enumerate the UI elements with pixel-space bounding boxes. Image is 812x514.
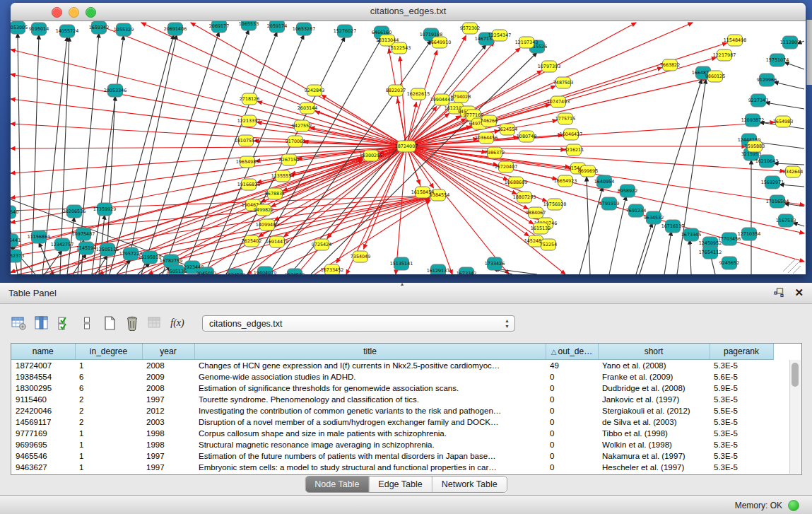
graph-edge[interactable] — [163, 30, 249, 274]
tab-node-table[interactable]: Node Table — [305, 477, 368, 492]
graph-node[interactable]: 9245652 — [719, 257, 739, 269]
graph-node[interactable]: 1145194 — [76, 242, 96, 255]
table-cell[interactable]: 5.3E-5 — [710, 428, 773, 439]
network-svg[interactable]: 2053005919501414055724165934210553292069… — [11, 21, 806, 274]
graph-node[interactable]: 8699695 — [578, 165, 598, 177]
graph-node[interactable]: 2059174 — [267, 21, 287, 33]
table-cell[interactable]: 5.5E-5 — [710, 405, 773, 416]
table-cell[interactable]: 5.3E-5 — [710, 462, 773, 473]
graph-node[interactable]: 7986372 — [485, 147, 505, 158]
graph-node[interactable]: 16733452 — [321, 264, 344, 274]
graph-node[interactable]: 15720407 — [495, 161, 518, 173]
table-cell[interactable]: 2 — [75, 416, 142, 428]
table-row[interactable]: 911546021997Tourette syndrome. Phenomeno… — [11, 394, 773, 405]
graph-node[interactable]: 9505135 — [167, 265, 187, 274]
graph-node[interactable]: 9572302 — [460, 23, 480, 34]
graph-node[interactable]: 7625402 — [242, 235, 261, 247]
table-cell[interactable]: 6 — [75, 371, 142, 382]
graph-node[interactable]: 6791919 — [599, 197, 619, 210]
graph-node[interactable]: 16129137 — [427, 264, 450, 274]
graph-node[interactable]: 15751074 — [766, 54, 789, 66]
graph-node[interactable]: 9427552 — [292, 120, 312, 132]
table-cell[interactable]: 2 — [75, 405, 142, 416]
graph-node[interactable]: 18807293 — [513, 192, 536, 203]
table-cell[interactable]: 0 — [546, 450, 598, 462]
graph-node[interactable]: 3915441 — [11, 234, 20, 247]
table-row[interactable]: 1830029562008Estimation of significance … — [11, 382, 773, 394]
table-cell[interactable]: 2 — [75, 394, 142, 405]
graph-node[interactable]: 8267150 — [279, 154, 299, 165]
table-cell[interactable]: Genome-wide association studies in ADHD. — [194, 371, 546, 382]
graph-node[interactable]: 17654112 — [699, 246, 722, 259]
graph-node[interactable]: 16046427 — [560, 129, 583, 140]
table-row[interactable]: 1872400712008Changes of HCN gene express… — [11, 360, 773, 372]
graph-node[interactable]: 3216211 — [564, 144, 584, 156]
graph-node[interactable]: 746266 — [481, 115, 498, 127]
table-cell[interactable]: 5.6E-5 — [710, 371, 773, 382]
graph-node[interactable]: 16914479 — [266, 236, 289, 247]
table-cell[interactable]: 2012 — [142, 405, 194, 416]
unselect-all-icon[interactable] — [79, 315, 95, 331]
graph-node[interactable]: 2053005 — [11, 21, 28, 34]
graph-node[interactable]: 2603144 — [298, 103, 317, 114]
graph-edge[interactable] — [784, 62, 804, 69]
table-cell[interactable]: de Silva et al. (2003) — [598, 416, 710, 428]
function-builder-icon[interactable]: f(x) — [170, 315, 185, 331]
graph-edge[interactable] — [400, 57, 406, 146]
graph-node[interactable]: 12213392 — [237, 115, 261, 127]
graph-node[interactable]: 1733426 — [485, 257, 505, 270]
table-cell[interactable]: 0 — [546, 439, 598, 450]
column-header-outde[interactable]: △out_de… — [546, 344, 598, 360]
graph-node[interactable]: 8958922 — [618, 185, 637, 197]
graph-edge[interactable] — [774, 163, 804, 165]
table-cell[interactable]: Dudbridge et al. (2008) — [598, 382, 710, 394]
table-row[interactable]: 1456911722003Disruption of a novel membe… — [11, 416, 773, 428]
graph-node[interactable]: 1673345 — [681, 228, 701, 241]
table-cell[interactable]: 0 — [546, 462, 598, 473]
graph-node[interactable]: 10747493 — [547, 96, 570, 107]
graph-node[interactable]: 16262615 — [407, 88, 430, 100]
graph-node[interactable]: 9227343 — [748, 94, 768, 107]
close-panel-icon[interactable]: ✕ — [794, 287, 804, 298]
table-cell[interactable]: 1 — [75, 428, 142, 439]
graph-node[interactable]: 20206536 — [63, 205, 86, 218]
graph-edge[interactable] — [126, 35, 177, 274]
table-cell[interactable]: 14569117 — [11, 416, 75, 428]
table-cell[interactable]: 9463627 — [11, 462, 75, 473]
table-cell[interactable]: Investigating the contribution of common… — [194, 405, 546, 416]
network-window[interactable]: citations_edges.txt 20530059195014140557… — [11, 3, 806, 274]
scrollbar-thumb[interactable] — [792, 363, 799, 387]
graph-node[interactable]: 9884067 — [526, 207, 546, 218]
graph-node[interactable]: 15692971 — [761, 176, 784, 189]
table-cell[interactable]: Tibbo et al. (1998) — [598, 428, 710, 439]
table-cell[interactable]: 1997 — [142, 462, 194, 473]
graph-edge[interactable] — [141, 32, 219, 274]
graph-node[interactable]: 12710354 — [738, 228, 761, 240]
table-cell[interactable]: Hescheler et al. (1997) — [598, 462, 710, 473]
table-cell[interactable]: Franke et al. (2009) — [598, 371, 710, 382]
graph-edge[interactable] — [141, 23, 406, 146]
graph-edge[interactable] — [640, 79, 702, 274]
table-cell[interactable]: Wolkin et al. (1998) — [598, 439, 710, 450]
table-cell[interactable]: 9115460 — [11, 394, 75, 405]
table-cell[interactable]: 9699695 — [11, 439, 75, 450]
graph-node[interactable]: 2342644 — [783, 166, 803, 177]
table-cell[interactable]: 6 — [75, 382, 142, 394]
graph-node[interactable]: 14055724 — [56, 25, 79, 37]
table-cell[interactable]: Yano et al. (2008) — [598, 360, 710, 372]
table-cell[interactable]: 1998 — [142, 428, 194, 439]
graph-node[interactable]: 9195014 — [29, 23, 49, 35]
graph-node[interactable]: 9170063 — [286, 136, 305, 147]
graph-node[interactable]: 8852373 — [11, 250, 24, 262]
table-cell[interactable]: 2009 — [142, 371, 194, 382]
table-cell[interactable]: Disruption of a novel member of a sodium… — [194, 416, 546, 428]
table-cell[interactable]: 5.3E-5 — [710, 439, 773, 450]
column-header-short[interactable]: short — [598, 344, 710, 360]
graph-node[interactable]: 16654923 — [554, 175, 577, 187]
graph-edge[interactable] — [690, 240, 691, 274]
graph-node[interactable]: 15135141 — [390, 257, 413, 270]
graph-node[interactable]: 15276027 — [334, 25, 357, 37]
graph-node[interactable]: 6794028 — [451, 91, 471, 103]
graph-node[interactable]: 3624554 — [498, 124, 517, 135]
table-cell[interactable]: 0 — [546, 416, 598, 428]
